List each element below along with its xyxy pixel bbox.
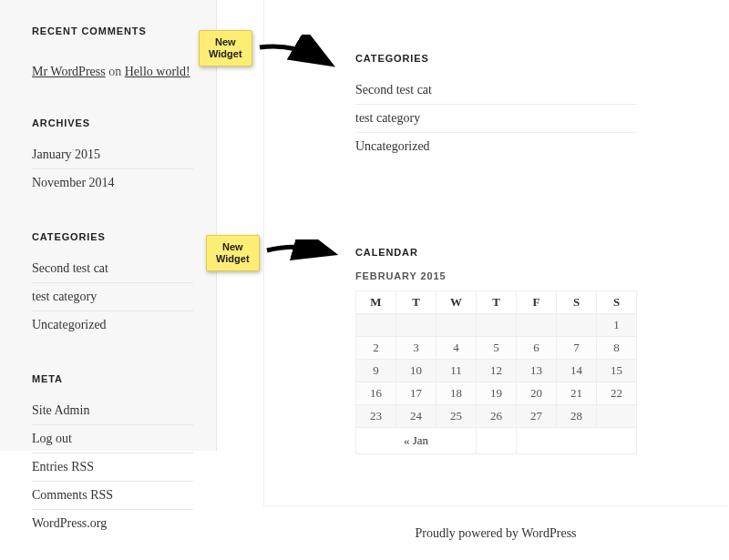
calendar-day-cell[interactable]: 12 [477, 360, 517, 382]
calendar-day-cell[interactable]: 22 [597, 382, 637, 405]
calendar-day-cell [477, 314, 517, 337]
list-item: Log out [32, 425, 193, 453]
calendar-day-cell[interactable]: 23 [356, 405, 396, 428]
list-item: Entries RSS [32, 453, 193, 482]
calendar-week-row: 1 [356, 314, 637, 337]
calendar-day-cell[interactable]: 26 [477, 405, 517, 428]
calendar-day-cell[interactable]: 15 [597, 360, 637, 382]
calendar-foot-row: « Jan [356, 428, 637, 454]
calendar-day-cell[interactable]: 1 [597, 314, 637, 337]
annotation-note-1: New Widget [199, 30, 252, 66]
comment-sep: on [108, 65, 121, 78]
category-link[interactable]: Second test cat [32, 261, 108, 275]
calendar-day-cell[interactable]: 6 [517, 337, 557, 360]
calendar-day-cell[interactable]: 17 [396, 382, 436, 405]
calendar-week-row: 232425262728 [356, 405, 637, 428]
categories-list: Second test cat test category Uncategori… [32, 255, 193, 339]
meta-link[interactable]: Log out [32, 432, 72, 445]
calendar-day-cell[interactable]: 25 [436, 405, 477, 428]
calendar-week-row: 9101112131415 [356, 360, 637, 382]
category-link[interactable]: Uncategorized [355, 139, 430, 153]
sidebar-primary: RECENT COMMENTS Mr WordPress on Hello wo… [0, 0, 217, 451]
calendar-day-cell[interactable]: 24 [396, 405, 436, 428]
widget-title-recent-comments: RECENT COMMENTS [32, 25, 193, 36]
calendar-day-cell[interactable]: 18 [436, 382, 477, 405]
calendar-day-cell [597, 405, 637, 428]
calendar-day-cell[interactable]: 10 [396, 360, 436, 382]
list-item: Second test cat [355, 76, 637, 105]
widget-title-categories: CATEGORIES [32, 231, 193, 242]
archive-link[interactable]: January 2015 [32, 148, 100, 161]
calendar-caption: FEBRUARY 2015 [355, 270, 637, 281]
calendar-day-cell[interactable]: 7 [557, 337, 597, 360]
list-item: Second test cat [32, 255, 193, 283]
meta-link[interactable]: Site Admin [32, 403, 89, 417]
calendar-day-cell [436, 314, 477, 337]
widget-title-calendar: CALENDAR [355, 247, 637, 258]
list-item: January 2015 [32, 141, 193, 169]
calendar-day-cell[interactable]: 5 [477, 337, 517, 360]
list-item: test category [32, 283, 193, 311]
calendar-day-cell[interactable]: 11 [436, 360, 477, 382]
meta-link[interactable]: WordPress.org [32, 516, 107, 530]
calendar-day-cell[interactable]: 19 [477, 382, 517, 405]
category-link[interactable]: Uncategorized [32, 318, 107, 331]
meta-link[interactable]: Comments RSS [32, 488, 113, 502]
calendar-day-cell [517, 314, 557, 337]
list-item: Uncategorized [32, 311, 193, 339]
calendar-dow: T [396, 291, 436, 314]
calendar-dow: F [517, 291, 557, 314]
category-link[interactable]: test category [355, 111, 420, 125]
widget-categories-main: CATEGORIES Second test cat test category… [355, 53, 637, 160]
list-item: Site Admin [32, 397, 193, 425]
list-item: November 2014 [32, 169, 193, 197]
widget-meta: META Site Admin Log out Entries RSS Comm… [32, 373, 193, 537]
calendar-dow: T [477, 291, 517, 314]
calendar-day-cell[interactable]: 28 [557, 405, 597, 428]
calendar-day-cell[interactable]: 16 [356, 382, 396, 405]
calendar-day-cell[interactable]: 27 [517, 405, 557, 428]
archive-link[interactable]: November 2014 [32, 176, 115, 189]
calendar-day-cell[interactable]: 2 [356, 337, 396, 360]
widget-categories-sidebar: CATEGORIES Second test cat test category… [32, 231, 193, 339]
calendar-day-cell[interactable]: 21 [557, 382, 597, 405]
site-footer: Proudly powered by WordPress [263, 505, 728, 560]
annotation-arrow-icon [265, 239, 338, 267]
calendar-prev-link[interactable]: « Jan [404, 433, 428, 447]
calendar-dow: S [557, 291, 597, 314]
list-item: Uncategorized [355, 133, 637, 160]
category-link[interactable]: test category [32, 290, 97, 303]
calendar-dow: M [356, 291, 396, 314]
comment-author-link[interactable]: Mr WordPress [32, 65, 106, 78]
categories-list-main: Second test cat test category Uncategori… [355, 76, 637, 160]
calendar-day-cell[interactable]: 14 [557, 360, 597, 382]
calendar-dow: S [597, 291, 637, 314]
calendar-day-cell[interactable]: 13 [517, 360, 557, 382]
annotation-arrow-icon [258, 35, 335, 76]
category-link[interactable]: Second test cat [355, 83, 432, 97]
calendar-day-cell[interactable]: 9 [356, 360, 396, 382]
calendar-head-row: M T W T F S S [356, 291, 637, 314]
calendar-day-cell[interactable]: 3 [396, 337, 436, 360]
widget-title-meta: META [32, 373, 193, 384]
calendar-day-cell[interactable]: 4 [436, 337, 477, 360]
calendar-day-cell[interactable]: 8 [597, 337, 637, 360]
list-item: WordPress.org [32, 510, 193, 537]
archives-list: January 2015 November 2014 [32, 141, 193, 197]
widget-archives: ARCHIVES January 2015 November 2014 [32, 117, 193, 197]
calendar-day-cell [396, 314, 436, 337]
calendar-week-row: 2345678 [356, 337, 637, 360]
calendar-day-cell [356, 314, 396, 337]
list-item: Comments RSS [32, 482, 193, 510]
calendar-day-cell[interactable]: 20 [517, 382, 557, 405]
annotation-note-2: New Widget [206, 235, 260, 271]
footer-link[interactable]: Proudly powered by WordPress [415, 526, 576, 541]
recent-comment-item: Mr WordPress on Hello world! [32, 49, 193, 83]
widget-title-archives: ARCHIVES [32, 117, 193, 128]
widget-title-categories-main: CATEGORIES [355, 53, 637, 64]
widget-recent-comments: RECENT COMMENTS Mr WordPress on Hello wo… [32, 25, 193, 83]
meta-link[interactable]: Entries RSS [32, 460, 94, 473]
meta-list: Site Admin Log out Entries RSS Comments … [32, 397, 193, 537]
comment-post-link[interactable]: Hello world! [125, 65, 190, 78]
calendar-dow: W [436, 291, 477, 314]
